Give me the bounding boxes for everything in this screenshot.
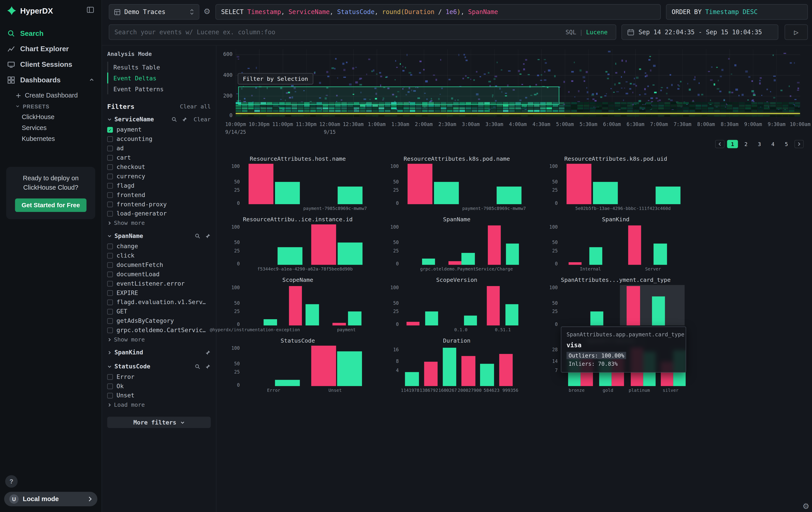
filter-option-payment[interactable]: payment: [107, 125, 211, 134]
checkbox[interactable]: [107, 308, 113, 314]
presets-toggle[interactable]: PRESETS: [0, 101, 102, 111]
bar[interactable]: [499, 354, 513, 386]
order-by-input[interactable]: ORDER BY Timestamp DESC: [666, 4, 808, 20]
filter-option-EXPIRE[interactable]: EXPIRE: [107, 288, 211, 297]
search-icon[interactable]: [195, 363, 201, 369]
bar[interactable]: [425, 312, 438, 325]
filter-option-grpc.oteldemo.CartServic…[interactable]: grpc.oteldemo.CartServic…: [107, 325, 211, 335]
bar[interactable]: [593, 182, 618, 204]
filter-option-eventListener.error[interactable]: eventListener.error: [107, 279, 211, 288]
checkbox[interactable]: [107, 262, 113, 268]
filter-option-cart[interactable]: cart: [107, 153, 211, 162]
filter-option-checkout[interactable]: checkout: [107, 162, 211, 172]
filter-group-header-ServiceName[interactable]: ServiceNameClear: [107, 113, 211, 125]
bar[interactable]: [337, 351, 362, 386]
bar[interactable]: [496, 187, 522, 204]
bar[interactable]: [249, 164, 274, 204]
checkbox[interactable]: [107, 201, 113, 207]
checkbox[interactable]: [107, 253, 113, 259]
show-more-button[interactable]: Load more: [107, 400, 211, 409]
filter-option-Error[interactable]: Error: [107, 372, 211, 381]
bar[interactable]: [627, 286, 640, 325]
checkbox[interactable]: [107, 155, 113, 161]
bar[interactable]: [448, 261, 461, 265]
local-mode-button[interactable]: U Local mode: [4, 492, 97, 506]
filter-option-frontend[interactable]: frontend: [107, 190, 211, 199]
checkbox[interactable]: [107, 145, 113, 151]
filter-option-currency[interactable]: currency: [107, 172, 211, 181]
checkbox[interactable]: [107, 173, 113, 179]
create-dashboard-button[interactable]: Create Dashboard: [0, 90, 102, 101]
sidebar-item-search[interactable]: Search: [0, 25, 102, 41]
filter-option-frontend-proxy[interactable]: frontend-proxy: [107, 199, 211, 209]
pin-icon[interactable]: [182, 116, 187, 122]
chevron-down-icon[interactable]: [107, 234, 112, 238]
sidebar-item-dashboards[interactable]: Dashboards: [0, 72, 102, 88]
chevron-down-icon[interactable]: [107, 117, 112, 122]
chevron-right-icon[interactable]: [107, 350, 112, 355]
bar[interactable]: [278, 247, 302, 265]
filter-option-documentFetch[interactable]: documentFetch: [107, 260, 211, 270]
filter-by-selection-button[interactable]: Filter by Selection: [238, 73, 313, 84]
bar[interactable]: [488, 225, 501, 265]
source-select[interactable]: Demo Traces: [109, 4, 199, 20]
gear-icon[interactable]: ⚙: [803, 502, 809, 511]
bar[interactable]: [656, 187, 680, 204]
checkbox[interactable]: [107, 281, 113, 287]
bar[interactable]: [408, 164, 433, 204]
pin-icon[interactable]: [205, 350, 211, 355]
bar[interactable]: [348, 312, 361, 325]
chevron-down-icon[interactable]: [107, 364, 112, 369]
bar[interactable]: [275, 182, 300, 204]
filter-group-header-SpanKind[interactable]: SpanKind: [107, 347, 211, 358]
bar[interactable]: [462, 253, 475, 265]
bar[interactable]: [569, 262, 582, 265]
pin-icon[interactable]: [205, 363, 211, 369]
bar[interactable]: [306, 304, 319, 325]
filter-option-documentLoad[interactable]: documentLoad: [107, 270, 211, 279]
bar[interactable]: [406, 322, 419, 325]
bar[interactable]: [275, 380, 300, 386]
more-filters-button[interactable]: More filters: [107, 417, 211, 428]
filter-option-GET[interactable]: GET: [107, 307, 211, 316]
get-started-button[interactable]: Get Started for Free: [15, 198, 87, 212]
chevron-up-icon[interactable]: [89, 77, 94, 82]
filter-option-flagd[interactable]: flagd: [107, 181, 211, 190]
bar[interactable]: [654, 243, 667, 265]
mode-event-deltas[interactable]: Event Deltas: [107, 73, 211, 83]
bar[interactable]: [422, 259, 435, 265]
filter-option-load-generator[interactable]: load-generator: [107, 209, 211, 218]
checkbox[interactable]: [107, 383, 113, 389]
bar[interactable]: [424, 362, 438, 386]
filter-option-flagd.evaluation.v1.Serv…[interactable]: flagd.evaluation.v1.Serv…: [107, 297, 211, 307]
sidebar-item-chart-explorer[interactable]: Chart Explorer: [0, 41, 102, 57]
bar[interactable]: [405, 372, 419, 386]
bar[interactable]: [311, 346, 337, 386]
clear-filter-button[interactable]: Clear: [194, 116, 211, 123]
mode-event-patterns[interactable]: Event Patterns: [107, 83, 211, 95]
bar[interactable]: [652, 296, 665, 325]
checkbox[interactable]: [107, 183, 113, 189]
checkbox[interactable]: [107, 299, 113, 305]
filter-option-Ok[interactable]: Ok: [107, 381, 211, 391]
filter-option-ad[interactable]: ad: [107, 143, 211, 153]
filter-option-change[interactable]: change: [107, 242, 211, 251]
show-more-button[interactable]: Show more: [107, 335, 211, 344]
filter-option-accounting[interactable]: accounting: [107, 134, 211, 143]
checkbox[interactable]: [107, 164, 113, 170]
sidebar-collapse-icon[interactable]: [86, 6, 94, 15]
bar[interactable]: [462, 356, 475, 386]
filter-group-header-SpanName[interactable]: SpanName: [107, 230, 211, 242]
bar[interactable]: [567, 164, 592, 204]
checkbox[interactable]: [107, 318, 113, 324]
filter-option-getAdsByCategory[interactable]: getAdsByCategory: [107, 316, 211, 325]
sidebar-item-services[interactable]: Services: [0, 122, 102, 133]
checkbox[interactable]: [107, 192, 113, 198]
checkbox[interactable]: [107, 327, 113, 333]
sql-select-input[interactable]: SELECT Timestamp, ServiceName, StatusCod…: [215, 4, 661, 20]
help-button[interactable]: ?: [5, 475, 18, 488]
mode-results-table[interactable]: Results Table: [107, 62, 211, 73]
checkbox[interactable]: [107, 393, 113, 398]
bar[interactable]: [264, 319, 277, 325]
bar[interactable]: [506, 243, 519, 265]
